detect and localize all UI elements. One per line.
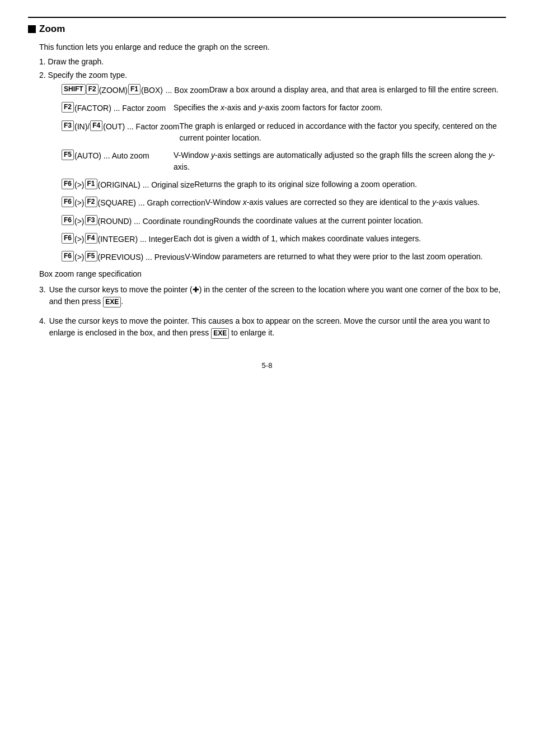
key-f4-out: F4	[90, 120, 102, 131]
key-f2-factor: F2	[62, 102, 74, 113]
zoom-item-original-label: F6 (>) F1 (ORIGINAL) ... Original size	[62, 179, 194, 191]
key-f2-square: F2	[85, 197, 97, 207]
zoom-item-auto: F5 (AUTO) ... Auto zoom V-Window y-axis …	[62, 150, 506, 173]
lower-step-4: 4. Use the cursor keys to move the point…	[39, 315, 506, 339]
key-f6-2: F6	[62, 197, 74, 207]
intro-text: This function lets you enlarge and reduc…	[39, 43, 506, 52]
step-1-text: 1. Draw the graph.	[39, 57, 104, 66]
zoom-item-original-desc: Returns the graph to its original size f…	[194, 179, 506, 191]
step-2-text: 2. Specify the zoom type.	[39, 71, 127, 80]
zoom-item-round-desc: Rounds the coordinate values at the curr…	[214, 215, 506, 227]
zoom-item-in-out: F3 (IN)/ F4 (OUT) ... Factor zoom The gr…	[62, 120, 506, 144]
lower-step-4-num: 4.	[39, 315, 46, 339]
zoom-item-box-desc: Draw a box around a display area, and th…	[209, 84, 506, 96]
key-f6-3: F6	[62, 215, 74, 226]
lower-step-3: 3. Use the cursor keys to move the point…	[39, 284, 506, 307]
page-number: 5-8	[28, 361, 506, 370]
key-f6-4: F6	[62, 233, 74, 244]
key-f1-original: F1	[85, 179, 97, 189]
zoom-items-list: SHIFT F2 (ZOOM) F1 (BOX) ... Box zoom Dr…	[62, 84, 506, 264]
zoom-item-square-desc: V-Window x-axis values are corrected so …	[205, 197, 506, 209]
zoom-item-factor-label: F2 (FACTOR) ... Factor zoom	[62, 102, 174, 114]
key-shift: SHIFT	[62, 84, 86, 95]
zoom-item-integer-label: F6 (>) F4 (INTEGER) ... Integer	[62, 233, 174, 245]
key-f3-round: F3	[85, 215, 97, 226]
zoom-item-in-out-desc: The graph is enlarged or reduced in acco…	[179, 120, 506, 144]
zoom-item-round-label: F6 (>) F3 (ROUND) ... Coordinate roundin…	[62, 215, 214, 227]
section-title: Zoom	[28, 17, 506, 35]
zoom-item-previous: F6 (>) F5 (PREVIOUS) ... Previous V-Wind…	[62, 251, 506, 263]
zoom-item-previous-label: F6 (>) F5 (PREVIOUS) ... Previous	[62, 251, 185, 263]
zoom-item-square-label: F6 (>) F2 (SQUARE) ... Graph correction	[62, 197, 205, 209]
lower-step-4-text: Use the cursor keys to move the pointer.…	[49, 315, 506, 339]
key-f6-5: F6	[62, 251, 74, 262]
black-square-icon	[28, 25, 36, 33]
key-f3-in: F3	[62, 120, 74, 131]
key-f5-previous: F5	[85, 251, 97, 262]
step-2: 2. Specify the zoom type.	[39, 71, 506, 80]
key-f5-auto: F5	[62, 150, 74, 160]
zoom-item-factor-desc: Specifies the x-axis and y-axis zoom fac…	[174, 102, 506, 114]
zoom-item-original: F6 (>) F1 (ORIGINAL) ... Original size R…	[62, 179, 506, 191]
zoom-item-factor: F2 (FACTOR) ... Factor zoom Specifies th…	[62, 102, 506, 114]
key-exe-2: EXE	[211, 328, 229, 339]
zoom-item-box-label: SHIFT F2 (ZOOM) F1 (BOX) ... Box zoom	[62, 84, 209, 96]
step-1: 1. Draw the graph.	[39, 57, 506, 66]
lower-step-3-text: Use the cursor keys to move the pointer …	[49, 284, 506, 307]
zoom-item-auto-desc: V-Window y-axis settings are automatical…	[174, 150, 506, 173]
key-exe-1: EXE	[103, 297, 121, 307]
key-f1-box: F1	[128, 84, 140, 95]
zoom-item-square: F6 (>) F2 (SQUARE) ... Graph correction …	[62, 197, 506, 209]
zoom-item-auto-label: F5 (AUTO) ... Auto zoom	[62, 150, 174, 173]
zoom-item-in-out-label: F3 (IN)/ F4 (OUT) ... Factor zoom	[62, 120, 179, 144]
zoom-item-integer-desc: Each dot is given a width of 1, which ma…	[174, 233, 506, 245]
zoom-item-round: F6 (>) F3 (ROUND) ... Coordinate roundin…	[62, 215, 506, 227]
key-f2-zoom: F2	[86, 84, 99, 95]
key-f4-integer: F4	[85, 233, 97, 244]
page-container: Zoom This function lets you enlarge and …	[28, 17, 506, 370]
key-f6-1: F6	[62, 179, 74, 189]
lower-steps: 3. Use the cursor keys to move the point…	[39, 284, 506, 339]
zoom-item-previous-desc: V-Window parameters are returned to what…	[185, 251, 506, 263]
lower-step-3-num: 3.	[39, 284, 46, 307]
box-zoom-range-label: Box zoom range specification	[39, 269, 506, 278]
zoom-item-box: SHIFT F2 (ZOOM) F1 (BOX) ... Box zoom Dr…	[62, 84, 506, 96]
zoom-item-integer: F6 (>) F4 (INTEGER) ... Integer Each dot…	[62, 233, 506, 245]
title-text: Zoom	[39, 24, 65, 35]
